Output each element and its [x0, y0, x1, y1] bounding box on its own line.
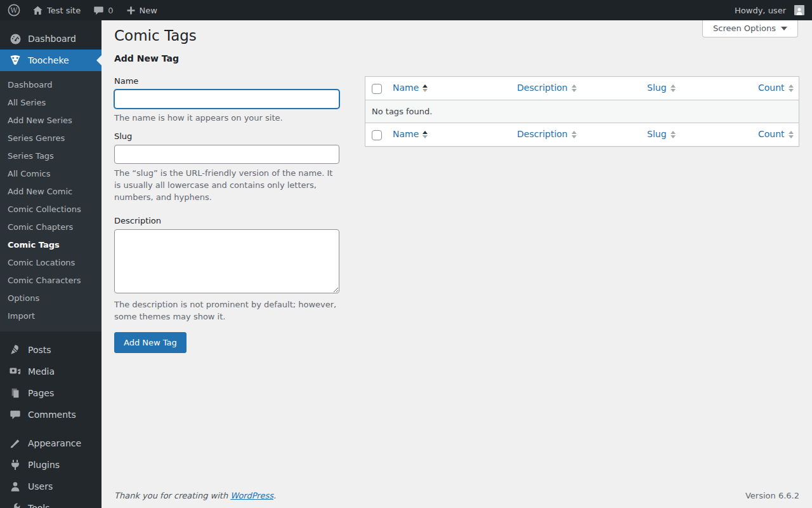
pages-icon [9, 387, 22, 399]
sort-indicator-icon [422, 84, 428, 92]
slug-label: Slug [114, 130, 339, 142]
dashboard-icon [9, 32, 22, 45]
sort-indicator-icon [789, 84, 794, 92]
sidebar-item-comments[interactable]: Comments [0, 404, 102, 425]
slug-help-text: The “slug” is the URL-friendly version o… [114, 167, 339, 203]
submenu-item-all-series[interactable]: All Series [0, 94, 102, 112]
sidebar-item-pages[interactable]: Pages [0, 382, 102, 404]
submenu-item-comic-chapters[interactable]: Comic Chapters [0, 218, 102, 236]
content-area: Screen Options Comic Tags Add New Tag Na… [102, 0, 812, 508]
submenu-item-all-comics[interactable]: All Comics [0, 165, 102, 183]
name-field-group: Name The name is how it appears on your … [114, 75, 339, 124]
column-footer-name: Name [386, 123, 511, 146]
sidebar-item-dashboard[interactable]: Dashboard [0, 28, 102, 50]
sidebar-item-users[interactable]: Users [0, 476, 102, 497]
comment-bubble-icon [93, 5, 104, 16]
submenu-item-comic-locations[interactable]: Comic Locations [0, 254, 102, 272]
sort-by-name-link[interactable]: Name [393, 82, 428, 94]
home-icon [32, 5, 43, 16]
sort-by-slug-link[interactable]: Slug [647, 128, 676, 140]
screen-options-button[interactable]: Screen Options [702, 20, 798, 37]
submenu-item-dashboard[interactable]: Dashboard [0, 76, 102, 94]
submenu-item-import[interactable]: Import [0, 307, 102, 325]
sidebar-item-plugins[interactable]: Plugins [0, 454, 102, 476]
comments-count: 0 [108, 6, 113, 15]
sort-by-description-link[interactable]: Description [517, 82, 577, 94]
sidebar-item-label: Media [28, 366, 55, 377]
tools-icon [9, 502, 22, 508]
sort-indicator-icon [422, 131, 428, 138]
description-textarea[interactable] [114, 229, 339, 293]
name-label: Name [114, 75, 339, 87]
name-input[interactable] [114, 90, 339, 109]
sort-by-slug-link[interactable]: Slug [647, 82, 676, 94]
new-label: New [140, 6, 157, 15]
sort-indicator-icon [572, 131, 577, 138]
empty-table-row: No tags found. [365, 100, 799, 123]
media-icon [9, 365, 22, 378]
sort-by-count-link[interactable]: Count [758, 82, 794, 94]
submenu-item-comic-characters[interactable]: Comic Characters [0, 272, 102, 290]
sort-by-name-link[interactable]: Name [393, 128, 428, 140]
wordpress-link[interactable]: WordPress [230, 491, 273, 500]
plus-icon [126, 6, 136, 15]
sidebar-item-toocheke[interactable]: Toocheke [0, 50, 102, 71]
column-header-slug: Slug [641, 77, 752, 100]
sidebar-item-tools[interactable]: Tools [0, 497, 102, 508]
plugins-icon [9, 458, 22, 471]
description-help-text: The description is not prominent by defa… [114, 298, 339, 323]
new-content-menu[interactable]: New [120, 0, 164, 20]
sidebar-item-label: Appearance [28, 438, 81, 448]
description-field-group: Description The description is not promi… [114, 215, 339, 323]
slug-field-group: Slug The “slug” is the URL-friendly vers… [114, 130, 339, 203]
footer-version: Version 6.6.2 [745, 491, 799, 500]
column-header-count: Count [752, 77, 799, 100]
svg-text:W: W [10, 6, 18, 15]
select-all-checkbox[interactable] [372, 130, 382, 140]
tags-table: Name Description [365, 76, 799, 147]
sidebar-item-label: Users [28, 481, 53, 491]
page-wrap: Comic Tags Add New Tag Name The name is … [102, 20, 812, 486]
sidebar-item-label: Posts [28, 345, 51, 355]
tags-table-panel: Name Description [365, 76, 799, 353]
my-account-menu[interactable]: Howdy, user [728, 0, 812, 20]
description-label: Description [114, 215, 339, 227]
page-title: Comic Tags [114, 20, 799, 48]
table-header-row: Name Description [365, 77, 799, 100]
sidebar-item-label: Dashboard [28, 34, 76, 44]
select-all-checkbox[interactable] [372, 84, 382, 94]
sort-by-count-link[interactable]: Count [758, 128, 794, 140]
submenu-item-comic-collections[interactable]: Comic Collections [0, 201, 102, 218]
users-icon [9, 480, 22, 493]
column-footer-description: Description [511, 123, 641, 146]
submenu-item-add-new-series[interactable]: Add New Series [0, 112, 102, 130]
add-new-tag-button[interactable]: Add New Tag [114, 332, 187, 353]
sort-indicator-icon [572, 84, 577, 92]
sidebar-item-posts[interactable]: Posts [0, 339, 102, 361]
column-header-name: Name [386, 77, 511, 100]
toocheke-icon [9, 54, 22, 67]
column-footer-slug: Slug [641, 123, 752, 146]
submenu-item-comic-tags[interactable]: Comic Tags [0, 236, 102, 254]
comments-menu[interactable]: 0 [87, 0, 119, 20]
sidebar-item-appearance[interactable]: Appearance [0, 432, 102, 454]
wordpress-logo-menu[interactable]: W [0, 0, 26, 20]
menu-gap [0, 331, 102, 339]
submenu-item-series-tags[interactable]: Series Tags [0, 147, 102, 165]
form-heading: Add New Tag [114, 51, 339, 66]
admin-bar: W Test site 0 New Howdy, user [0, 0, 812, 20]
sort-indicator-icon [789, 131, 794, 138]
menu-separator [0, 425, 102, 432]
column-footer-count: Count [752, 123, 799, 146]
sidebar-item-media[interactable]: Media [0, 361, 102, 382]
submenu-item-series-genres[interactable]: Series Genres [0, 130, 102, 147]
comments-icon [9, 408, 22, 421]
site-name-menu[interactable]: Test site [26, 0, 87, 20]
sort-by-description-link[interactable]: Description [517, 128, 577, 140]
submenu-item-options[interactable]: Options [0, 290, 102, 307]
sidebar-item-label: Tools [28, 503, 50, 508]
slug-input[interactable] [114, 145, 339, 164]
appearance-icon [9, 437, 22, 450]
submenu-item-add-new-comic[interactable]: Add New Comic [0, 183, 102, 201]
footer-thanks-text: Thank you for creating with WordPress. [114, 491, 276, 500]
